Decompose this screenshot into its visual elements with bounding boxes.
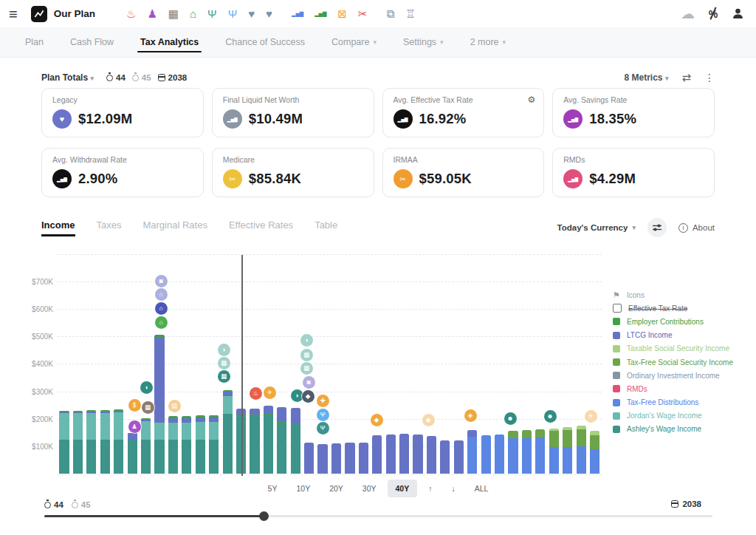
income-bar[interactable]: [168, 416, 178, 474]
chart-tab-effective-rates[interactable]: Effective Rates: [229, 219, 293, 236]
income-bar[interactable]: [481, 435, 491, 474]
income-bar[interactable]: [522, 430, 532, 474]
marker-home-faded-icon[interactable]: ⌂: [155, 288, 168, 301]
tab-compare[interactable]: Compare▾: [318, 27, 390, 57]
income-bar[interactable]: [141, 418, 151, 474]
income-bar[interactable]: [345, 443, 354, 474]
tab-tax-analytics[interactable]: Tax Analytics: [127, 27, 212, 57]
income-bar[interactable]: [386, 435, 396, 474]
marker-education-faded-icon[interactable]: ◆: [422, 414, 435, 426]
income-bar[interactable]: [182, 416, 191, 474]
income-bar[interactable]: [264, 406, 273, 474]
tab-cash-flow[interactable]: Cash Flow: [57, 27, 127, 57]
income-bar[interactable]: [399, 434, 409, 474]
marker-account-faded-icon[interactable]: ◑: [218, 344, 230, 356]
zoom-button-20y[interactable]: 20Y: [321, 480, 351, 497]
income-bar[interactable]: [359, 443, 368, 474]
income-bar[interactable]: [372, 435, 382, 474]
marker-property-faded-icon[interactable]: ▦: [218, 357, 230, 369]
zoom-button-30y[interactable]: 30Y: [354, 480, 385, 497]
income-bar[interactable]: [114, 409, 123, 474]
tab-plan[interactable]: Plan: [12, 27, 57, 57]
palm-green-icon[interactable]: Ψ: [207, 8, 217, 19]
metrics-count-dropdown[interactable]: 8 Metrics ▾: [625, 72, 669, 83]
zoom-button-all[interactable]: ALL: [467, 480, 497, 497]
timeline-slider-knob[interactable]: [259, 511, 269, 521]
income-bar[interactable]: [467, 430, 477, 474]
income-bar[interactable]: [236, 409, 246, 474]
legend-item[interactable]: Tax-Free Distributions: [613, 396, 733, 409]
marker-education-icon[interactable]: ◆: [302, 390, 315, 403]
zoom-button-↑[interactable]: ↑: [420, 480, 440, 497]
account-icon[interactable]: [732, 7, 744, 20]
income-bar[interactable]: [440, 440, 450, 474]
income-bar[interactable]: [508, 431, 518, 474]
income-bar[interactable]: [73, 411, 83, 474]
marker-account-icon[interactable]: ◑: [140, 381, 153, 394]
scissors-icon[interactable]: ✂: [358, 8, 368, 19]
legend-item[interactable]: Jordan's Wage Income: [613, 409, 733, 423]
tab-chance-of-success[interactable]: Chance of Success: [212, 27, 318, 57]
briefcase-icon[interactable]: ▦: [168, 8, 179, 19]
chart-tab-marginal-rates[interactable]: Marginal Rates: [142, 219, 207, 236]
income-bar[interactable]: [413, 435, 422, 474]
marker-property-faded-icon[interactable]: ▦: [300, 349, 313, 361]
marker-wedding-icon[interactable]: ◈: [464, 409, 477, 422]
legend-item[interactable]: Effective Tax Rate: [613, 301, 733, 315]
chart-tab-taxes[interactable]: Taxes: [97, 219, 122, 236]
percent-toggle-icon[interactable]: %: [707, 8, 719, 20]
marker-retirement-palm-icon[interactable]: Ψ: [317, 409, 329, 421]
more-options-icon[interactable]: ⋮: [704, 72, 715, 84]
marker-job-icon[interactable]: ▦: [142, 401, 154, 414]
income-bar[interactable]: [563, 427, 572, 474]
legend-item[interactable]: ⚑Icons: [613, 288, 733, 301]
income-bar[interactable]: [209, 415, 219, 474]
income-bar[interactable]: [100, 410, 110, 474]
palm-blue-icon[interactable]: Ψ: [228, 8, 238, 19]
hamburger-menu-icon[interactable]: ≡: [9, 7, 18, 21]
marker-account-faded-icon[interactable]: ◑: [300, 334, 313, 347]
zoom-button-10y[interactable]: 10Y: [288, 480, 318, 497]
income-bar[interactable]: [291, 408, 300, 474]
marker-social-security-icon[interactable]: ☻: [504, 412, 517, 425]
cloud-sync-icon[interactable]: ☁: [681, 7, 695, 21]
legend-item[interactable]: Employer Contributions: [613, 315, 733, 328]
marker-travel-icon[interactable]: ✈: [264, 386, 276, 399]
income-bar[interactable]: [331, 443, 341, 474]
income-bar[interactable]: [317, 444, 327, 474]
legend-item[interactable]: Taxable Social Security Income: [613, 342, 733, 355]
marker-education-icon[interactable]: ◆: [371, 414, 383, 426]
marker-home-icon[interactable]: ⌂: [155, 302, 168, 315]
income-bar[interactable]: [59, 411, 69, 474]
marker-property-faded-icon[interactable]: ▦: [300, 362, 313, 375]
income-bar[interactable]: [86, 410, 96, 474]
income-bar[interactable]: [427, 436, 436, 474]
income-bar[interactable]: [250, 409, 259, 474]
marker-home-search-icon[interactable]: ⌂: [155, 316, 168, 329]
income-bar[interactable]: [128, 433, 137, 474]
chart-tab-table[interactable]: Table: [315, 219, 337, 236]
income-bar[interactable]: [549, 429, 559, 474]
filter-sliders-button[interactable]: [647, 218, 667, 237]
income-bar[interactable]: [196, 415, 205, 474]
tax-icon[interactable]: ⊠: [337, 8, 347, 19]
marker-expense-icon[interactable]: $: [128, 399, 141, 412]
marker-retirement-palm-icon[interactable]: Ψ: [317, 422, 329, 435]
legend-item[interactable]: LTCG Income: [613, 329, 733, 342]
income-bar[interactable]: [535, 429, 545, 474]
plan-totals-dropdown[interactable]: Plan Totals ▾: [41, 72, 94, 83]
health-heart-icon[interactable]: ♥: [266, 8, 272, 19]
income-bar[interactable]: [454, 440, 464, 474]
marker-medical-icon[interactable]: ✚: [317, 395, 329, 407]
fire-icon[interactable]: ♨: [126, 8, 136, 19]
marker-travel-faded-icon[interactable]: ✈: [585, 410, 597, 423]
income-bar[interactable]: [277, 407, 286, 474]
chart-blue-icon[interactable]: ▂▅▇: [292, 11, 303, 16]
person-icon[interactable]: ♟: [147, 8, 157, 19]
tab-2-more[interactable]: 2 more▾: [457, 27, 519, 57]
bank-icon[interactable]: ♖: [405, 8, 415, 19]
legend-item[interactable]: Tax-Free Social Security Income: [613, 355, 733, 369]
income-bar[interactable]: [590, 431, 599, 474]
app-logo-icon[interactable]: [31, 6, 47, 22]
home-search-icon[interactable]: ⌂: [190, 8, 196, 19]
